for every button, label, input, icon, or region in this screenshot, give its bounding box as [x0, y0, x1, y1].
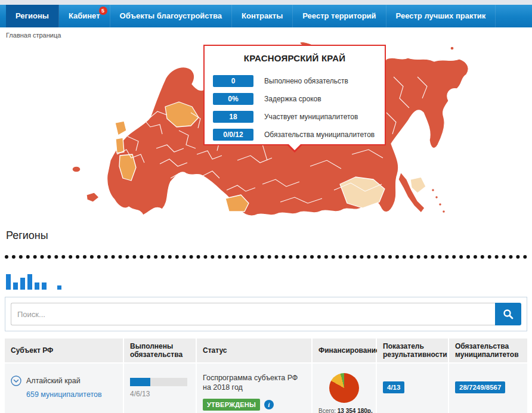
performance-badge: 4/13 [383, 381, 404, 393]
search-button[interactable] [495, 303, 521, 325]
dotted-divider [5, 255, 527, 259]
stat-value-badge: 18 [213, 111, 253, 123]
russia-map-container: КРАСНОЯРСКИЙ КРАЙ 0 Выполнено обязательс… [0, 41, 532, 227]
municipalities-link[interactable]: 659 муниципалитетов [26, 390, 117, 399]
stat-value-badge: 0 [213, 75, 253, 87]
region-name: Алтайский край [26, 377, 81, 385]
col-header-performance: Показатель результативности [377, 339, 448, 362]
main-nav: Регионы Кабинет 5 Объекты благоустройств… [0, 5, 532, 27]
breadcrumb[interactable]: Главная страница [0, 27, 532, 41]
page-title: Регионы [6, 229, 526, 242]
nav-item-cabinet-label: Кабинет [69, 11, 100, 20]
tooltip-stat-row: 0% Задержка сроков [213, 93, 385, 105]
finance-pie-chart [329, 373, 359, 403]
nav-item-improvement-objects[interactable]: Объекты благоустройства [110, 5, 233, 27]
expand-chevron-icon[interactable] [11, 375, 21, 386]
nav-item-regions[interactable]: Регионы [6, 5, 59, 27]
mini-bars [6, 274, 532, 290]
cell-municipal-obligations: 28/7249/8567 [449, 364, 527, 413]
stat-label: Обязательства муниципалитетов [264, 131, 375, 139]
finance-total: Всего: 13 354 180р. [318, 408, 370, 413]
top-strip [0, 0, 532, 5]
stat-label: Задержка сроков [264, 95, 321, 103]
cell-region: Алтайский край 659 муниципалитетов [5, 364, 123, 413]
tooltip-stat-row: 0/0/12 Обязательства муниципалитетов [213, 129, 385, 141]
stat-label: Участвует муниципалитетов [264, 113, 358, 121]
cell-progress: 4/6/13 [124, 364, 196, 413]
progress-label: 4/6/13 [130, 390, 190, 398]
progress-bar-fill [130, 378, 150, 386]
tooltip-stat-row: 0 Выполнено обязательств [213, 75, 385, 87]
tooltip-arrow-inner [288, 144, 301, 150]
stat-label: Выполнено обязательств [264, 77, 348, 85]
nav-item-cabinet[interactable]: Кабинет 5 [59, 5, 110, 27]
nav-item-territories-registry[interactable]: Реестр территорий [293, 5, 386, 27]
cell-financing: Всего: 13 354 180р. [313, 364, 376, 413]
search-icon [502, 308, 514, 320]
cell-performance: 4/13 [377, 364, 448, 413]
obligations-badge: 28/7249/8567 [455, 381, 505, 393]
tooltip-region-title: КРАСНОЯРСКИЙ КРАЙ [205, 53, 385, 63]
search-input[interactable] [11, 303, 495, 325]
progress-bar [130, 378, 187, 386]
regions-table: Субъект РФ Выполнены обязательства Стату… [5, 339, 527, 413]
col-header-subject: Субъект РФ [5, 339, 123, 362]
finance-total-label: Всего: [318, 408, 336, 413]
col-header-municipal-obligations: Обязательства муниципалитетов [449, 339, 527, 362]
tooltip-stat-row: 18 Участвует муниципалитетов [213, 111, 385, 123]
notification-badge: 5 [99, 7, 107, 15]
col-header-obligations-done: Выполнены обязательства [124, 339, 196, 362]
nav-item-contracts[interactable]: Контракты [232, 5, 293, 27]
cell-status: Госпрограмма субъекта РФ на 2018 год УТВ… [197, 364, 311, 413]
finance-total-value: 13 354 180р. [338, 408, 373, 413]
col-header-financing: Финансирование [313, 339, 376, 362]
info-icon[interactable]: i [264, 400, 274, 409]
search-container [5, 297, 527, 331]
status-badge: УТВЕРЖДЕНЫ [203, 399, 260, 411]
nav-item-best-practices-registry[interactable]: Реестр лучших практик [386, 5, 496, 27]
region-tooltip: КРАСНОЯРСКИЙ КРАЙ 0 Выполнено обязательс… [203, 45, 386, 145]
stat-value-badge: 0/0/12 [213, 129, 253, 141]
stat-value-badge: 0% [213, 93, 253, 105]
col-header-status: Статус [197, 339, 311, 362]
status-text: Госпрограмма субъекта РФ на 2018 год [203, 373, 305, 393]
